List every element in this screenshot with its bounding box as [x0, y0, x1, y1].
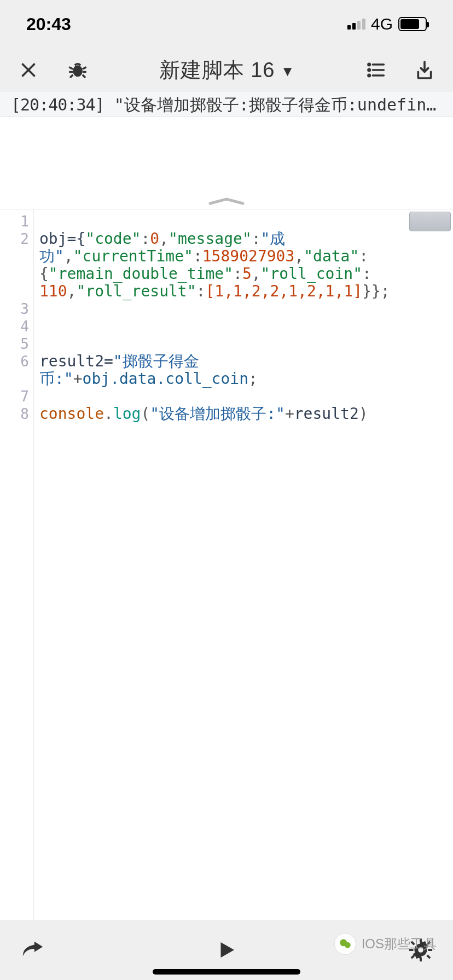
watermark: IOS那些工具 — [334, 933, 437, 955]
line-number: 7 — [0, 388, 33, 405]
line-number: 4 — [0, 318, 33, 335]
wechat-icon — [334, 933, 356, 955]
bug-icon — [66, 59, 89, 81]
title-dropdown[interactable]: 新建脚本 16 ▼ — [114, 56, 340, 84]
app-toolbar: 新建脚本 16 ▼ — [0, 48, 453, 92]
svg-point-0 — [73, 65, 83, 77]
svg-rect-20 — [426, 954, 431, 959]
chevron-up-icon — [205, 196, 248, 206]
log-message: "设备增加掷骰子:掷骰子得金币:undefin… — [114, 95, 437, 114]
download-icon — [414, 59, 435, 81]
svg-line-6 — [83, 75, 85, 78]
share-icon — [20, 937, 45, 962]
status-time: 20:43 — [26, 14, 71, 34]
log-timestamp: [20:40:34] — [11, 95, 104, 114]
script-title: 新建脚本 16 — [159, 59, 275, 81]
code-line — [39, 213, 448, 230]
svg-line-1 — [69, 67, 73, 69]
line-number: 8 — [0, 405, 33, 423]
svg-line-2 — [83, 67, 86, 69]
line-gutter: 1 2 3 4 5 6 7 8 — [0, 209, 34, 920]
line-number: 5 — [0, 335, 33, 353]
svg-point-24 — [345, 942, 351, 948]
line-number: 2 — [0, 230, 33, 300]
close-icon — [19, 60, 38, 80]
line-number: 3 — [0, 300, 33, 318]
line-number: 6 — [0, 353, 33, 388]
minimap[interactable] — [409, 212, 451, 231]
battery-icon — [398, 17, 427, 31]
list-button[interactable] — [363, 57, 390, 83]
signal-icon — [347, 19, 365, 30]
code-content[interactable]: obj={"code":0,"message":"成功","currentTim… — [34, 209, 453, 920]
close-button[interactable] — [15, 57, 42, 83]
debug-button[interactable] — [65, 57, 91, 83]
status-indicators: 4G — [347, 15, 427, 33]
code-editor[interactable]: 1 2 3 4 5 6 7 8 obj={"code":0,"message":… — [0, 209, 453, 920]
code-line — [39, 318, 448, 335]
code-line: obj={"code":0,"message":"成功","currentTim… — [39, 230, 448, 300]
console-log-line[interactable]: [20:40:34] "设备增加掷骰子:掷骰子得金币:undefin… — [0, 92, 453, 117]
download-button[interactable] — [411, 57, 438, 83]
collapsible-panel — [0, 117, 453, 209]
line-number: 1 — [0, 213, 33, 230]
svg-point-9 — [368, 69, 370, 71]
network-label: 4G — [371, 15, 393, 33]
code-line: result2="掷骰子得金币:"+obj.data.coll_coin; — [39, 353, 448, 388]
svg-point-11 — [368, 74, 370, 76]
svg-line-5 — [70, 75, 73, 78]
svg-point-7 — [368, 63, 370, 65]
list-icon — [365, 59, 387, 81]
play-icon — [215, 938, 238, 961]
code-line — [39, 335, 448, 353]
watermark-label: IOS那些工具 — [362, 935, 437, 953]
svg-rect-16 — [420, 957, 422, 961]
code-line — [39, 300, 448, 318]
status-bar: 20:43 4G — [0, 0, 453, 48]
drag-handle[interactable] — [205, 196, 248, 206]
run-button[interactable] — [215, 938, 238, 961]
dropdown-icon: ▼ — [276, 63, 295, 79]
code-line — [39, 388, 448, 405]
share-button[interactable] — [20, 937, 45, 962]
code-line: console.log("设备增加掷骰子:"+result2) — [39, 405, 448, 423]
home-indicator[interactable] — [153, 969, 300, 975]
